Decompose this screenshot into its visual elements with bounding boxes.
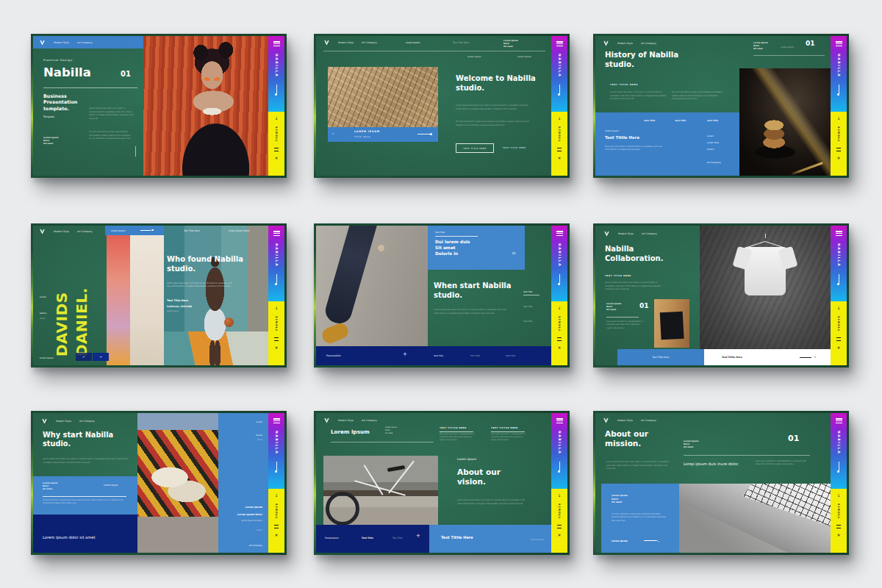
- menu-icon[interactable]: [556, 40, 563, 47]
- panel-col-1[interactable]: Text Title: [644, 119, 655, 122]
- white-button-label: Text Tittle Here: [722, 356, 742, 359]
- sub-link-2[interactable]: Lorem Ipsum: [517, 55, 531, 58]
- side-top-3: Amet: [257, 439, 262, 441]
- close-icon[interactable]: ✕: [275, 533, 279, 537]
- nav-modern-style[interactable]: Modern Style: [338, 41, 354, 44]
- side-strip-gradient: NABILLA: [831, 413, 847, 489]
- nav-art-company[interactable]: Art Company: [77, 230, 93, 233]
- history-paragraph-2: Ut enim ad minim veniam quis nostrud exe…: [672, 90, 725, 101]
- bar-item-3[interactable]: Text Title: [506, 354, 515, 357]
- header-lorem-link[interactable]: Lorem Ipsum: [781, 46, 794, 49]
- nav-modern-style[interactable]: Modern Style: [56, 420, 71, 423]
- menu-icon[interactable]: [273, 417, 280, 424]
- panel-col-3[interactable]: Text Title: [707, 119, 718, 122]
- nav-modern-style[interactable]: Modern Style: [54, 41, 69, 44]
- nav-lorem-link[interactable]: Lorem Ipsum: [111, 229, 126, 232]
- nav-art-company[interactable]: Art Company: [79, 420, 95, 423]
- menu-icon[interactable]: [273, 230, 280, 237]
- white-button[interactable]: Text Tittle Here →: [704, 349, 831, 365]
- blue-button[interactable]: Text Title Here: [617, 349, 704, 365]
- nav-lorem-dolor[interactable]: Lorem Ipsum Dolor: [229, 229, 250, 232]
- close-icon[interactable]: ✕: [558, 156, 562, 160]
- down-arrow-icon: ↓: [837, 494, 841, 498]
- down-arrow-icon: ↓: [558, 494, 562, 498]
- close-icon[interactable]: ✕: [275, 345, 279, 350]
- nav-art-company[interactable]: Art Company: [641, 42, 656, 45]
- collab-paragraph: Lorem ipsum duis aute irure dolor in rep…: [605, 281, 662, 291]
- menu-icon[interactable]: [273, 40, 280, 47]
- cover-title: Nabilla: [43, 65, 91, 79]
- caption-dot-icon[interactable]: [430, 133, 432, 135]
- nav-lorem-link[interactable]: Lorem Ipsum: [406, 41, 420, 44]
- side-strip-yellow: ↓ SCROLL ✕: [551, 301, 567, 365]
- close-icon[interactable]: ✕: [837, 345, 841, 350]
- down-arrow-icon: ↓: [837, 306, 841, 311]
- nabilla-logo: [323, 40, 330, 46]
- box-line-2: Sit amet: [435, 245, 456, 251]
- bar-item-1[interactable]: Text Title: [434, 354, 443, 357]
- side-item-3[interactable]: Text Title: [523, 320, 533, 323]
- menu-icon[interactable]: [556, 230, 563, 237]
- vision-left-title: Lorem Ipsum: [331, 429, 370, 435]
- next-arrow-button[interactable]: →: [93, 353, 109, 361]
- nav-art-company[interactable]: Art Company: [362, 41, 377, 44]
- nav-title-here[interactable]: Text Title Here: [184, 229, 200, 232]
- prev-arrow-button[interactable]: ←: [76, 353, 92, 361]
- why-blue-box: Lorem Ipsum Dolor Sit amet Lorem Ipsum U…: [33, 476, 137, 514]
- sub-link-1[interactable]: Lorem Ipsum: [467, 55, 481, 58]
- box-number: 01: [512, 251, 516, 255]
- menu-icon[interactable]: [836, 417, 842, 424]
- nav-title-here-link[interactable]: Text Title Here: [453, 41, 469, 44]
- col1-paragraph: Duis aute irure dolor in reprehenderit i…: [440, 433, 475, 442]
- nav-modern-style[interactable]: Modern Style: [54, 230, 69, 233]
- menu-icon[interactable]: [836, 230, 842, 237]
- vision-title: About our vision.: [457, 467, 517, 487]
- caption-left-arrow-icon[interactable]: ←: [332, 132, 334, 135]
- caption-subtitle: Title Here: [354, 135, 370, 138]
- close-icon[interactable]: ✕: [837, 156, 841, 160]
- bar-item-2[interactable]: Text Title: [470, 354, 480, 357]
- slide-vision: Modern Style Art Company Lorem Ipsum Lor…: [314, 411, 570, 555]
- close-icon[interactable]: ✕: [275, 156, 279, 160]
- cream-strip: [130, 226, 164, 365]
- scroll-indicator-icon: [276, 274, 277, 284]
- side-item-1[interactable]: Text Title: [523, 290, 533, 293]
- brand-vertical: NABILLA: [558, 431, 562, 454]
- nav-modern-style[interactable]: Modern Style: [618, 232, 634, 235]
- collab-label: TEXT TITLE HERE: [605, 274, 631, 277]
- right-arrow-icon[interactable]: →: [657, 540, 659, 543]
- bar-text-title-1[interactable]: Text Title: [362, 537, 373, 539]
- mission-paragraph: Lorem ipsum duis aute irure dolor in rep…: [606, 460, 670, 470]
- cover-portrait-photo: [143, 36, 268, 176]
- tshirt-photo: [700, 226, 831, 365]
- menu-icon[interactable]: [556, 417, 563, 424]
- side-item-2[interactable]: Text Title: [523, 305, 533, 308]
- close-icon[interactable]: ✕: [837, 533, 841, 537]
- side-top-1: Lorem: [256, 420, 262, 423]
- secondary-button[interactable]: TEXT TITLE HERE: [503, 146, 526, 149]
- panel-col-2[interactable]: Text Title: [675, 119, 686, 122]
- nav-art-company[interactable]: Art Company: [362, 419, 377, 422]
- plus-icon[interactable]: +: [416, 533, 420, 539]
- nav-modern-style[interactable]: Modern Style: [338, 419, 354, 422]
- founder-name-line1: DAVIDS: [54, 292, 69, 356]
- menu-icon[interactable]: [836, 40, 842, 47]
- bar-text-title-2[interactable]: Text Title: [392, 537, 402, 539]
- nabilla-logo: [603, 417, 609, 423]
- mission-tagline: Lorep ipsum duis inure dolor.: [684, 462, 739, 466]
- brand-vertical: NABILLA: [837, 431, 841, 454]
- plus-icon[interactable]: +: [403, 351, 407, 357]
- close-icon[interactable]: ✕: [558, 345, 562, 350]
- nav-art-company[interactable]: Art Company: [77, 41, 93, 44]
- nav-art-company[interactable]: Art Company: [641, 419, 656, 422]
- close-icon[interactable]: ✕: [558, 533, 562, 537]
- box-link[interactable]: Lorem Ipsum: [612, 539, 628, 542]
- side-strip-gradient: NABILLA: [831, 36, 847, 112]
- box-divider: [43, 496, 126, 497]
- nav-modern-style[interactable]: Modern Style: [617, 42, 633, 45]
- primary-button[interactable]: TEXT TITLE HERE: [456, 143, 494, 153]
- nav-modern-style[interactable]: Modern Style: [617, 419, 633, 422]
- side-bottom-4: Lorem: [257, 529, 262, 531]
- vision-mid-label: Lorem Ipsum: [457, 457, 476, 461]
- nav-art-company[interactable]: Art Company: [642, 232, 657, 235]
